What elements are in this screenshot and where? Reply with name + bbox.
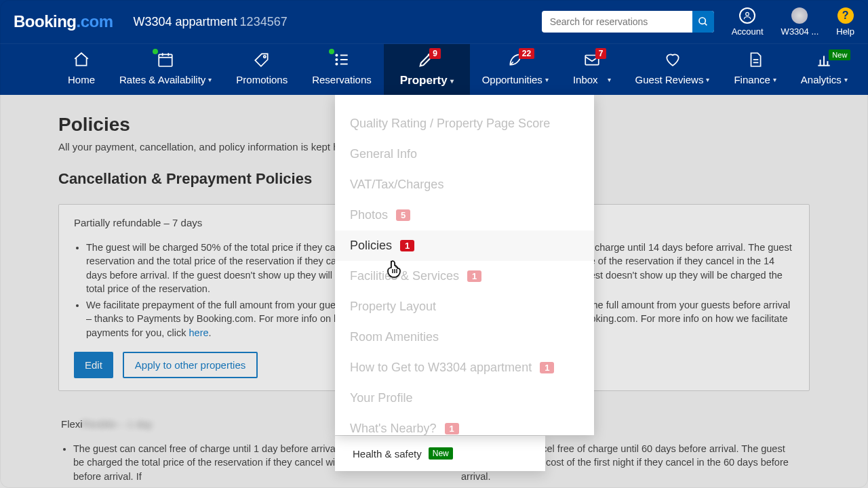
badge: 9 bbox=[429, 48, 441, 59]
dd-whats-nearby[interactable]: What's Nearby?1 bbox=[335, 413, 594, 435]
dd-photos[interactable]: Photos5 bbox=[335, 200, 594, 230]
nav-promotions[interactable]: Promotions bbox=[224, 44, 300, 95]
home-icon bbox=[73, 51, 90, 68]
main-nav: Home Rates & Availability▾ Promotions Re… bbox=[0, 43, 868, 95]
property-name: W3304 appartment1234567 bbox=[134, 15, 288, 29]
health-safety-label: Health & safety bbox=[353, 448, 422, 460]
chevron-down-icon: ▾ bbox=[844, 76, 848, 83]
chevron-down-icon: ▾ bbox=[608, 76, 611, 83]
search-button[interactable] bbox=[692, 11, 714, 33]
svg-point-0 bbox=[699, 18, 705, 24]
account-menu[interactable]: Account bbox=[732, 7, 764, 37]
search-icon bbox=[698, 16, 709, 27]
new-badge: New bbox=[829, 49, 850, 60]
nav-home[interactable]: Home bbox=[0, 44, 107, 95]
tag-icon bbox=[253, 51, 271, 68]
dd-how-to-get[interactable]: How to Get to W3304 appartment1 bbox=[335, 352, 594, 383]
avatar-icon bbox=[791, 7, 808, 24]
nav-inbox[interactable]: 7 Inbox▾ bbox=[561, 44, 623, 95]
list-icon bbox=[333, 51, 351, 68]
nav-finance[interactable]: Finance▾ bbox=[722, 44, 788, 95]
chevron-down-icon: ▾ bbox=[773, 76, 776, 83]
badge: 7 bbox=[595, 48, 607, 59]
top-bar: Booking.com W3304 appartment1234567 Acco… bbox=[0, 0, 868, 43]
logo-text-suffix: .com bbox=[77, 12, 113, 30]
help-label: Help bbox=[836, 26, 854, 37]
property-switcher[interactable]: W3304 ... bbox=[781, 7, 819, 37]
nav-opportunities[interactable]: 22 Opportunities▾ bbox=[470, 44, 561, 95]
badge: 1 bbox=[445, 423, 459, 434]
badge: 1 bbox=[540, 362, 554, 373]
heart-icon bbox=[664, 51, 682, 68]
dd-policies[interactable]: Policies1 bbox=[335, 230, 594, 261]
nav-analytics[interactable]: New Analytics▾ bbox=[789, 44, 860, 95]
svg-point-8 bbox=[336, 54, 337, 56]
property-dropdown: Quality Rating / Property Page Score Gen… bbox=[335, 95, 594, 435]
search-input[interactable] bbox=[542, 16, 692, 27]
account-icon bbox=[739, 7, 755, 24]
svg-point-7 bbox=[264, 56, 266, 58]
dd-general-info[interactable]: General Info bbox=[335, 139, 594, 169]
property-id: 1234567 bbox=[240, 15, 288, 28]
badge: 5 bbox=[396, 209, 410, 221]
chevron-down-icon: ▾ bbox=[545, 76, 549, 83]
badge: 1 bbox=[400, 240, 414, 251]
dd-room-amenities[interactable]: Room Amenities bbox=[335, 322, 594, 352]
document-icon bbox=[747, 51, 764, 68]
badge: 22 bbox=[519, 48, 534, 59]
badge: 1 bbox=[467, 270, 481, 282]
logo[interactable]: Booking.com bbox=[14, 12, 113, 31]
nav-guest-reviews[interactable]: Guest Reviews▾ bbox=[623, 44, 722, 95]
new-badge: New bbox=[429, 447, 453, 460]
chevron-down-icon: ▾ bbox=[208, 76, 212, 83]
dd-property-layout[interactable]: Property Layout bbox=[335, 291, 594, 322]
nav-reservations[interactable]: Reservations bbox=[300, 44, 384, 95]
dd-quality-rating[interactable]: Quality Rating / Property Page Score bbox=[335, 108, 594, 139]
help-icon: ? bbox=[837, 7, 854, 24]
search-box[interactable] bbox=[542, 11, 714, 33]
health-safety-popup[interactable]: Health & safety New bbox=[335, 436, 545, 471]
nav-rates[interactable]: Rates & Availability▾ bbox=[107, 44, 224, 95]
dd-facilities[interactable]: Facilities & Services1 bbox=[335, 261, 594, 291]
svg-rect-3 bbox=[159, 54, 172, 66]
chevron-down-icon: ▾ bbox=[706, 76, 709, 83]
chevron-down-icon: ▾ bbox=[450, 77, 454, 85]
logo-text-main: Booking bbox=[14, 12, 77, 30]
help-menu[interactable]: ? Help bbox=[836, 7, 854, 37]
dd-your-profile[interactable]: Your Profile bbox=[335, 383, 594, 413]
svg-line-1 bbox=[705, 23, 707, 25]
account-label: Account bbox=[732, 26, 764, 37]
svg-point-9 bbox=[336, 59, 337, 60]
calendar-icon bbox=[157, 51, 174, 68]
nav-property[interactable]: 9 Property▾ bbox=[384, 44, 470, 95]
svg-point-2 bbox=[746, 12, 749, 16]
status-dot-icon bbox=[329, 49, 334, 54]
dd-vat-tax[interactable]: VAT/Tax/Charges bbox=[335, 169, 594, 200]
property-short-label: W3304 ... bbox=[781, 26, 819, 37]
svg-point-10 bbox=[336, 63, 337, 64]
